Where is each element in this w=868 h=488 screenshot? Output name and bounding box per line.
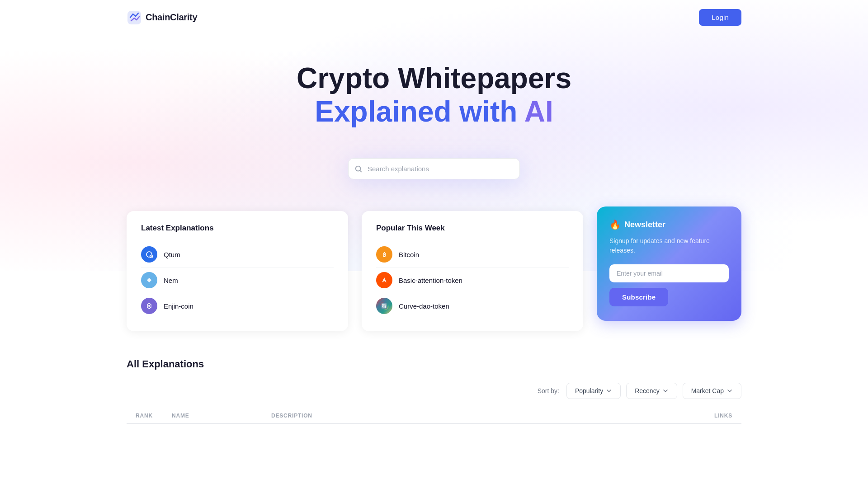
bitcoin-name: Bitcoin — [399, 251, 419, 258]
sort-row: Sort by: Popularity Recency Market Cap — [127, 383, 741, 399]
logo-icon — [127, 10, 142, 25]
svg-point-7 — [148, 305, 150, 307]
newsletter-card: 🔥 Newsletter Signup for updates and new … — [597, 206, 741, 321]
enjin-icon — [141, 298, 157, 314]
sort-recency-button[interactable]: Recency — [626, 383, 677, 399]
nem-name: Nem — [164, 277, 178, 284]
email-input[interactable] — [609, 264, 729, 282]
search-input[interactable] — [348, 158, 520, 179]
sort-recency-label: Recency — [635, 387, 659, 394]
hero-ai-text: AI — [524, 95, 553, 128]
bitcoin-icon: ₿ — [376, 246, 392, 263]
newsletter-header: 🔥 Newsletter — [609, 219, 729, 230]
search-icon — [354, 165, 363, 173]
newsletter-emoji: 🔥 — [609, 219, 621, 230]
col-name: NAME — [172, 413, 271, 419]
sort-marketcap-label: Market Cap — [691, 387, 724, 394]
popular-card: Popular This Week ₿ Bitcoin Basic-attent… — [362, 211, 583, 331]
svg-text:🔄: 🔄 — [381, 303, 387, 309]
chevron-down-icon — [726, 388, 733, 394]
search-container — [0, 158, 868, 179]
cards-section: Latest Explanations Qtum Nem — [0, 184, 868, 349]
bat-icon — [376, 272, 392, 288]
curve-name: Curve-dao-token — [399, 302, 449, 310]
svg-text:₿: ₿ — [383, 252, 386, 258]
login-button[interactable]: Login — [699, 9, 741, 26]
latest-card-title: Latest Explanations — [141, 224, 334, 233]
newsletter-description: Signup for updates and new feature relea… — [609, 236, 729, 255]
hero-title: Crypto Whitepapers Explained with AI — [9, 62, 859, 128]
chevron-down-icon — [662, 388, 669, 394]
sort-by-label: Sort by: — [538, 387, 559, 394]
subscribe-button[interactable]: Subscribe — [609, 288, 668, 306]
nem-icon — [141, 272, 157, 288]
bat-name: Basic-attention-token — [399, 277, 462, 284]
list-item[interactable]: ₿ Bitcoin — [376, 242, 569, 267]
col-links: LINKS — [678, 413, 732, 419]
col-rank: RANK — [136, 413, 172, 419]
chevron-down-icon — [606, 388, 612, 394]
qtum-name: Qtum — [164, 251, 180, 258]
list-item[interactable]: Qtum — [141, 242, 334, 267]
latest-card: Latest Explanations Qtum Nem — [127, 211, 348, 331]
logo-text: ChainClarity — [146, 12, 197, 23]
all-explanations-section: All Explanations Sort by: Popularity Rec… — [0, 349, 868, 435]
hero-section: Crypto Whitepapers Explained with AI — [0, 35, 868, 142]
search-wrapper — [348, 158, 520, 179]
popular-card-title: Popular This Week — [376, 224, 569, 233]
navbar: ChainClarity Login — [0, 0, 868, 35]
curve-icon: 🔄 — [376, 298, 392, 314]
newsletter-title: Newsletter — [624, 220, 665, 230]
sort-marketcap-button[interactable]: Market Cap — [683, 383, 741, 399]
list-item[interactable]: Enjin-coin — [141, 293, 334, 319]
hero-title-explained: Explained with — [315, 95, 524, 128]
list-item[interactable]: 🔄 Curve-dao-token — [376, 293, 569, 319]
list-item[interactable]: Basic-attention-token — [376, 267, 569, 293]
logo[interactable]: ChainClarity — [127, 10, 197, 25]
all-explanations-title: All Explanations — [127, 358, 741, 370]
list-item[interactable]: Nem — [141, 267, 334, 293]
enjin-name: Enjin-coin — [164, 302, 193, 310]
table-header: RANK NAME DESCRIPTION LINKS — [127, 408, 741, 424]
sort-popularity-button[interactable]: Popularity — [566, 383, 621, 399]
sort-popularity-label: Popularity — [575, 387, 603, 394]
col-description: DESCRIPTION — [271, 413, 678, 419]
qtum-icon — [141, 246, 157, 263]
